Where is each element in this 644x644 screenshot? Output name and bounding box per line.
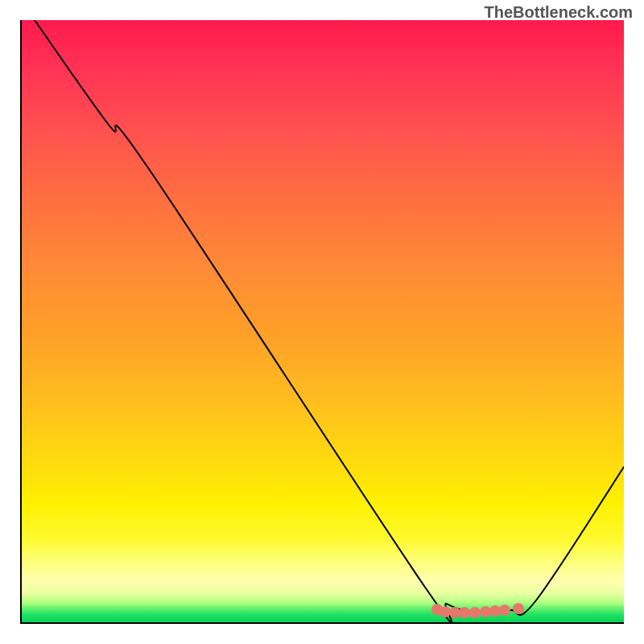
watermark: TheBottleneck.com xyxy=(485,3,633,22)
chart-background-gradient xyxy=(20,20,624,624)
plot-area xyxy=(20,20,624,624)
